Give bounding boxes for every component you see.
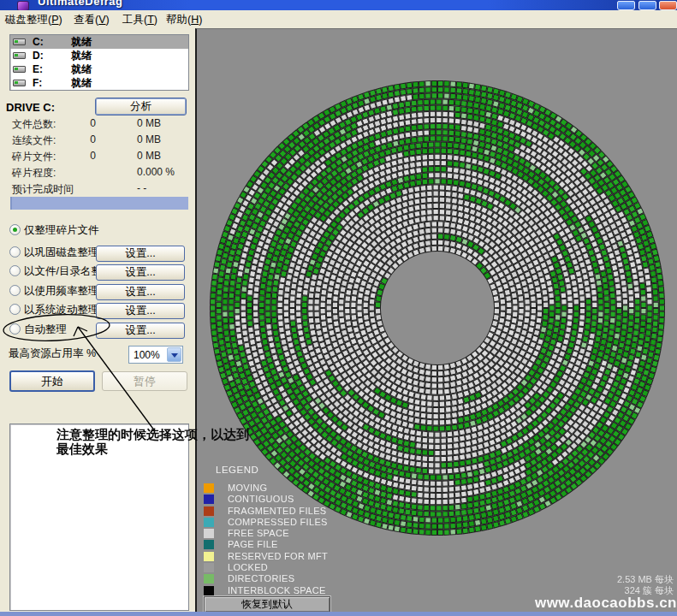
option-defrag-fragmented-only[interactable]: 仅整理碎片文件	[0, 222, 195, 240]
legend-item-page-file: PAGE FILE	[197, 539, 411, 550]
drive-icon	[13, 38, 26, 45]
drive-row-d[interactable]: D: 就绪	[10, 49, 188, 62]
maximize-button[interactable]	[638, 1, 656, 10]
resource-usage-select[interactable]: 100%	[128, 346, 183, 364]
window-title: UltimateDefrag	[38, 0, 122, 8]
drive-stats: 文件总数: 0 0 MB 连续文件: 0 0 MB 碎片文件: 0 0 MB 碎…	[0, 117, 195, 198]
start-button[interactable]: 开始	[9, 370, 95, 392]
progress-bar	[10, 197, 188, 210]
control-panel: C: 就绪 D: 就绪 E: 就绪 F: 就绪 DRIVE C: 分析	[0, 28, 195, 616]
drive-row-c[interactable]: C: 就绪	[10, 35, 188, 49]
color-swatch	[204, 552, 214, 561]
legend-item-locked: LOCKED	[197, 562, 411, 573]
disk-visualization-pane: LEGEND MOVING CONTIGUOUS FRAGMENTED FILE…	[195, 28, 677, 616]
analyze-button[interactable]: 分析	[95, 98, 187, 116]
legend-item-free-space: FREE SPACE	[197, 528, 411, 539]
annotation-note: 注意整理的时候选择这项，以达到 最佳效果	[56, 428, 249, 456]
drive-status: 就绪	[71, 62, 92, 77]
drive-row-f[interactable]: F: 就绪	[10, 76, 188, 90]
drive-icon	[13, 80, 26, 86]
legend-title: LEGEND	[216, 465, 258, 475]
legend-item-mft: RESERVED FOR MFT	[197, 551, 411, 562]
chevron-down-icon	[171, 353, 178, 358]
resource-usage-label: 最高资源占用率 %	[9, 346, 96, 361]
pause-button: 暂停	[102, 371, 187, 391]
window-bottom-border	[0, 612, 677, 616]
settings-button-filename[interactable]: 设置...	[96, 264, 185, 281]
radio-icon[interactable]	[9, 224, 21, 235]
legend-item-moving: MOVING	[197, 483, 411, 494]
settings-button-volatility[interactable]: 设置...	[96, 303, 185, 319]
legend-item-compressed: COMPRESSED FILES	[197, 517, 411, 528]
drive-status: 就绪	[71, 35, 92, 50]
color-swatch	[204, 574, 214, 583]
legend-item-interblock: INTERBLOCK SPACE	[197, 585, 411, 596]
settings-button-frequency[interactable]: 设置...	[96, 284, 185, 300]
drive-list[interactable]: C: 就绪 D: 就绪 E: 就绪 F: 就绪	[9, 34, 189, 91]
legend-item-fragmented: FRAGMENTED FILES	[197, 506, 411, 517]
stat-fragmented-files: 碎片文件: 0 0 MB	[0, 150, 195, 166]
color-swatch	[204, 540, 214, 549]
annotation-line1: 注意整理的时候选择这项，以达到	[56, 428, 249, 442]
watermark-text: www.daocaobbs.cn	[535, 595, 677, 612]
drive-status: 就绪	[71, 76, 92, 91]
legend-item-contiguous: CONTIGUOUS	[197, 494, 411, 505]
stat-contiguous-files: 连续文件: 0 0 MB	[0, 133, 195, 150]
color-swatch	[204, 495, 214, 504]
drive-icon	[13, 66, 26, 73]
color-swatch	[204, 586, 214, 595]
resource-usage-value: 100%	[134, 349, 160, 361]
selected-drive-label: DRIVE C:	[6, 101, 55, 114]
radio-icon[interactable]	[9, 246, 21, 258]
menu-disk-defrag[interactable]: 磁盘整理(P)	[5, 13, 62, 27]
settings-button-consolidate[interactable]: 设置...	[96, 246, 185, 262]
radio-icon[interactable]	[9, 323, 21, 335]
radio-icon[interactable]	[9, 304, 21, 315]
color-swatch	[204, 529, 214, 538]
radio-icon[interactable]	[9, 285, 21, 296]
color-swatch	[204, 563, 214, 572]
annotation-line2: 最佳效果	[56, 442, 249, 457]
stat-fragmentation-level: 碎片程度: 0.000 %	[0, 166, 195, 182]
close-button[interactable]	[659, 1, 677, 10]
drive-row-e[interactable]: E: 就绪	[10, 62, 188, 76]
menu-tools[interactable]: 工具(T)	[122, 13, 157, 27]
title-bar: UltimateDefrag	[0, 0, 677, 10]
stat-total-files: 文件总数: 0 0 MB	[0, 117, 195, 133]
color-swatch	[204, 518, 214, 527]
drive-icon	[13, 52, 26, 59]
menu-help[interactable]: 帮助(H)	[166, 13, 202, 27]
drive-status: 就绪	[71, 49, 92, 63]
combo-dropdown-button[interactable]	[167, 347, 181, 362]
radio-icon[interactable]	[9, 265, 21, 276]
menu-bar: 磁盘整理(P) 查看(V) 工具(T) 帮助(H)	[0, 10, 677, 28]
ultimatedefrag-window: UltimateDefrag 磁盘整理(P) 查看(V) 工具(T) 帮助(H)…	[0, 0, 677, 616]
app-icon[interactable]	[18, 2, 28, 10]
legend-item-directories: DIRECTORIES	[197, 573, 411, 584]
restore-defaults-button[interactable]: 恢复到默认	[204, 596, 330, 613]
color-swatch	[204, 483, 214, 493]
color-swatch	[204, 506, 214, 516]
menu-view[interactable]: 查看(V)	[74, 13, 110, 27]
minimize-button[interactable]	[617, 1, 635, 10]
settings-button-auto[interactable]: 设置...	[96, 323, 185, 339]
